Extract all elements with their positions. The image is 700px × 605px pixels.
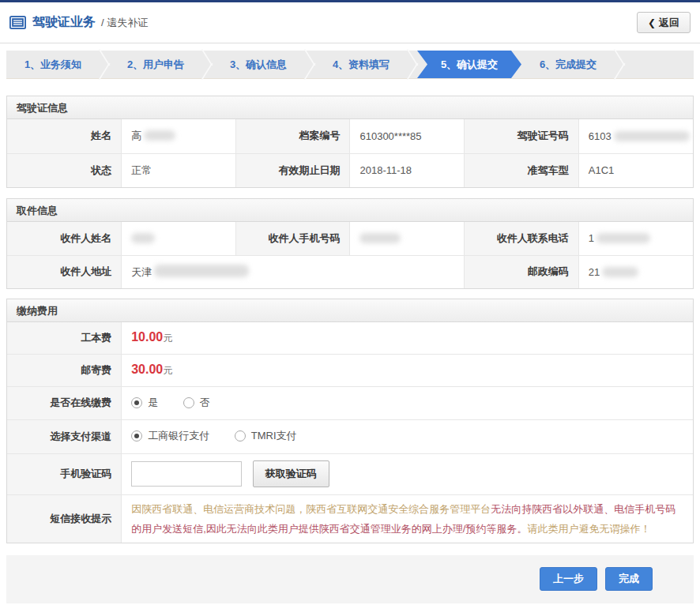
page-header: 驾驶证业务 / 遗失补证 ❮ 返回 xyxy=(0,2,700,43)
cost-fee-unit: 元 xyxy=(163,333,172,344)
name-value: 高 xyxy=(122,119,236,153)
cost-fee-amount: 10.00 xyxy=(131,330,163,344)
vehicle-class-label: 准驾车型 xyxy=(465,153,579,187)
step-1-notice[interactable]: 1、业务须知 xyxy=(6,51,100,78)
channel-icbc-option[interactable]: 工商银行支付 xyxy=(131,429,209,443)
pickup-info-title: 取件信息 xyxy=(7,199,693,222)
table-row: 状态 正常 有效期止日期 2018-11-18 准驾车型 A1C1 xyxy=(7,153,693,187)
step-2-declaration[interactable]: 2、用户申告 xyxy=(109,51,202,78)
status-value: 正常 xyxy=(122,153,236,187)
recipient-mobile-label: 收件人手机号码 xyxy=(235,222,350,255)
license-info-section: 驾驶证信息 姓名 高 档案编号 610300****85 驾驶证号码 6103 … xyxy=(6,96,694,188)
sms-notice-label: 短信接收提示 xyxy=(7,494,122,543)
cost-fee-label: 工本费 xyxy=(7,322,122,354)
radio-checked-icon[interactable] xyxy=(131,430,142,442)
recipient-name-label: 收件人姓名 xyxy=(7,222,122,255)
file-no-label: 档案编号 xyxy=(235,119,350,153)
table-row: 选择支付渠道 工商银行支付 TMRI支付 xyxy=(7,419,693,453)
postage-fee-label: 邮寄费 xyxy=(7,354,122,386)
redacted-value xyxy=(154,265,249,277)
postal-code-value: 21 xyxy=(578,255,693,288)
recipient-phone-label: 收件人联系电话 xyxy=(465,222,579,255)
step-separator xyxy=(408,51,417,78)
step-3-confirm-info[interactable]: 3、确认信息 xyxy=(212,51,305,78)
recipient-name-value xyxy=(122,222,236,255)
postage-fee-amount: 30.00 xyxy=(131,363,163,376)
status-label: 状态 xyxy=(7,153,122,187)
table-row: 收件人地址 天津 邮政编码 21 xyxy=(7,255,693,288)
recipient-mobile-value xyxy=(350,222,465,255)
online-pay-no-option[interactable]: 否 xyxy=(183,396,210,410)
license-info-title: 驾驶证信息 xyxy=(7,96,693,119)
recipient-address-label: 收件人地址 xyxy=(7,255,122,288)
payment-title: 缴纳费用 xyxy=(7,299,693,322)
footer-action-bar: 上一步 完成 xyxy=(6,555,694,603)
step-bar-filler xyxy=(624,51,694,78)
table-row: 是否在线缴费 是 否 xyxy=(7,386,693,419)
license-no-value: 6103 xyxy=(578,119,693,153)
table-row: 工本费 10.00元 xyxy=(7,322,693,354)
table-row: 手机验证码 获取验证码 xyxy=(7,453,693,494)
online-pay-label: 是否在线缴费 xyxy=(7,386,122,419)
radio-unchecked-icon[interactable] xyxy=(183,397,194,408)
expiry-label: 有效期止日期 xyxy=(235,153,350,187)
back-button-label: 返回 xyxy=(659,16,679,30)
step-separator xyxy=(202,51,212,78)
postal-code-label: 邮政编码 xyxy=(465,255,579,288)
cost-fee-value: 10.00元 xyxy=(122,322,693,354)
redacted-value xyxy=(144,130,175,141)
table-row: 短信接收提示 因陕西省联通、电信运营商技术问题，陕西省互联网交通安全综合服务管理… xyxy=(7,494,693,543)
page-title: 驾驶证业务 xyxy=(32,14,96,31)
recipient-address-value: 天津 xyxy=(122,255,465,288)
breadcrumb: / 遗失补证 xyxy=(101,16,148,30)
online-pay-yes-option[interactable]: 是 xyxy=(131,396,158,410)
redacted-value xyxy=(602,267,638,277)
table-row: 邮寄费 30.00元 xyxy=(7,354,693,386)
pay-channel-label: 选择支付渠道 xyxy=(7,419,122,453)
step-separator xyxy=(100,51,109,78)
finish-button[interactable]: 完成 xyxy=(605,567,653,591)
notice-part-1: 因陕西省联通、电信运营商技术问题，陕西省互联网交通安全综合服务管理平台 xyxy=(131,503,491,515)
online-pay-options: 是 否 xyxy=(122,386,693,419)
name-label: 姓名 xyxy=(7,119,122,153)
pay-channel-options: 工商银行支付 TMRI支付 xyxy=(122,419,693,453)
table-row: 收件人姓名 收件人手机号码 收件人联系电话 1 xyxy=(7,222,693,255)
file-no-value: 610300****85 xyxy=(350,119,465,153)
step-6-complete[interactable]: 6、完成提交 xyxy=(521,51,615,78)
payment-section: 缴纳费用 工本费 10.00元 邮寄费 30.00元 是否在线缴费 是 否 选择… xyxy=(6,299,694,543)
step-separator xyxy=(305,51,314,78)
expiry-value: 2018-11-18 xyxy=(350,153,465,187)
redacted-value xyxy=(359,233,401,243)
sms-notice-text: 因陕西省联通、电信运营商技术问题，陕西省互联网交通安全综合服务管理平台无法向持陕… xyxy=(122,494,693,543)
vehicle-class-value: A1C1 xyxy=(578,153,693,187)
recipient-phone-value: 1 xyxy=(578,222,693,255)
pickup-info-section: 取件信息 收件人姓名 收件人手机号码 收件人联系电话 1 收件人地址 天津 邮政… xyxy=(6,198,694,289)
redacted-value xyxy=(614,131,690,141)
license-no-label: 驾驶证号码 xyxy=(465,119,579,153)
step-progress-bar: 1、业务须知 2、用户申告 3、确认信息 4、资料填写 5、确认提交 6、完成提… xyxy=(6,51,694,79)
get-code-button[interactable]: 获取验证码 xyxy=(253,460,329,487)
back-chevron-icon: ❮ xyxy=(648,17,656,28)
license-service-icon xyxy=(9,16,26,29)
postage-fee-value: 30.00元 xyxy=(122,354,693,386)
notice-part-3: 请此类用户避免无谓操作！ xyxy=(527,523,650,535)
channel-tmri-option[interactable]: TMRI支付 xyxy=(235,429,297,443)
postage-fee-unit: 元 xyxy=(163,365,172,376)
sms-code-cell: 获取验证码 xyxy=(122,453,693,494)
step-5-confirm-submit[interactable]: 5、确认提交 xyxy=(417,51,521,78)
step-4-fill-data[interactable]: 4、资料填写 xyxy=(314,51,408,78)
table-row: 姓名 高 档案编号 610300****85 驾驶证号码 6103 xyxy=(7,119,693,153)
previous-step-button[interactable]: 上一步 xyxy=(540,567,597,591)
sms-code-label: 手机验证码 xyxy=(7,453,122,494)
redacted-value xyxy=(131,233,155,243)
back-button[interactable]: ❮ 返回 xyxy=(637,12,691,33)
step-separator xyxy=(615,51,624,78)
radio-checked-icon[interactable] xyxy=(131,397,142,408)
radio-unchecked-icon[interactable] xyxy=(235,430,246,442)
sms-code-input[interactable] xyxy=(131,461,242,487)
redacted-value xyxy=(597,233,650,243)
